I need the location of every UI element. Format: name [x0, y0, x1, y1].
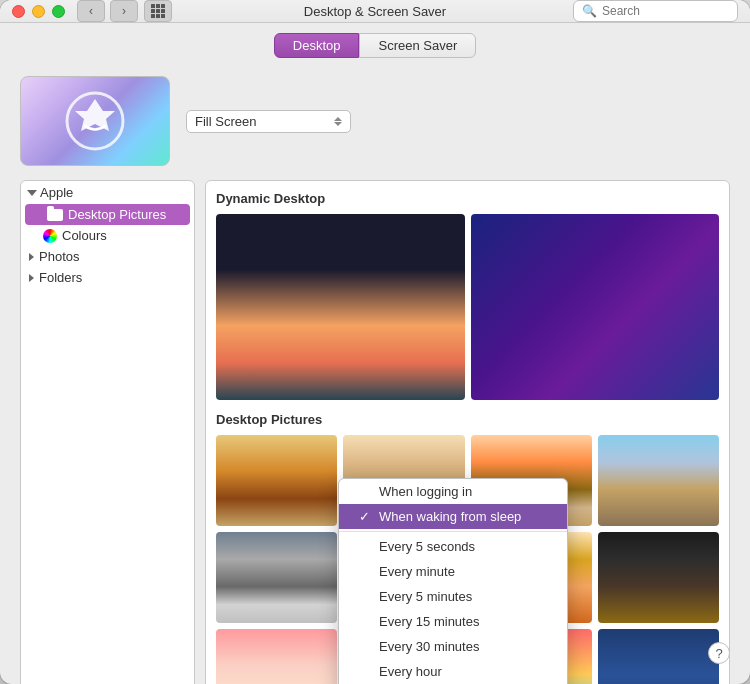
minimize-button[interactable] — [32, 5, 45, 18]
check-icon-active: ✓ — [359, 509, 373, 524]
desktop-thumb-5[interactable] — [216, 532, 337, 623]
preview-icon — [65, 91, 125, 151]
colour-icon — [43, 229, 57, 243]
desktop-thumb-1[interactable] — [216, 435, 337, 526]
dropdown-item-every-hour[interactable]: Every hour — [339, 659, 567, 684]
dynamic-desktop-grid — [216, 214, 719, 400]
maximize-button[interactable] — [52, 5, 65, 18]
sidebar-item-colours[interactable]: Colours — [21, 225, 194, 246]
check-icon — [359, 484, 373, 499]
dynamic-thumb-1[interactable] — [216, 214, 465, 400]
desktop-pictures-title: Desktop Pictures — [216, 412, 719, 427]
dropdown-item-every-minute[interactable]: Every minute — [339, 559, 567, 584]
fill-screen-dropdown[interactable]: Fill Screen — [186, 110, 351, 133]
grid-icon — [151, 4, 165, 18]
back-button[interactable]: ‹ — [77, 0, 105, 22]
dropdown-item-when-logging-in[interactable]: When logging in — [339, 479, 567, 504]
traffic-lights — [12, 5, 65, 18]
preview-area: Fill Screen — [20, 66, 730, 180]
tab-bar: Desktop Screen Saver — [0, 23, 750, 66]
search-bar[interactable]: 🔍 — [573, 0, 738, 22]
sidebar-item-photos[interactable]: Photos — [21, 246, 194, 267]
dropdown-item-every-30-minutes[interactable]: Every 30 minutes — [339, 634, 567, 659]
folder-icon — [47, 209, 63, 221]
sidebar-item-folders[interactable]: Folders — [21, 267, 194, 288]
dropdown-arrows-icon — [334, 117, 342, 126]
desktop-thumb-9[interactable] — [216, 629, 337, 684]
sidebar-item-desktop-pictures[interactable]: Desktop Pictures — [25, 204, 190, 225]
search-icon: 🔍 — [582, 4, 597, 18]
search-input[interactable] — [602, 4, 729, 18]
titlebar: ‹ › Desktop & Screen Saver 🔍 — [0, 0, 750, 23]
dropdown-item-every-5-seconds[interactable]: Every 5 seconds — [339, 534, 567, 559]
dropdown-item-when-waking[interactable]: ✓ When waking from sleep — [339, 504, 567, 529]
dynamic-thumb-2[interactable] — [471, 214, 720, 400]
forward-button[interactable]: › — [110, 0, 138, 22]
desktop-thumb-12[interactable] — [598, 629, 719, 684]
dropdown-menu: When logging in ✓ When waking from sleep… — [338, 478, 568, 684]
help-button[interactable]: ? — [708, 642, 730, 664]
main-window: ‹ › Desktop & Screen Saver 🔍 Desktop Scr… — [0, 0, 750, 684]
sidebar-section-apple[interactable]: Apple — [21, 181, 194, 204]
tab-screensaver[interactable]: Screen Saver — [359, 33, 476, 58]
sidebar: Apple Desktop Pictures Colours Photos Fo… — [20, 180, 195, 684]
desktop-thumb-8[interactable] — [598, 532, 719, 623]
triangle-small-icon — [29, 274, 34, 282]
dropdown-item-every-5-minutes[interactable]: Every 5 minutes — [339, 584, 567, 609]
window-title: Desktop & Screen Saver — [304, 4, 446, 19]
close-button[interactable] — [12, 5, 25, 18]
triangle-small-icon — [29, 253, 34, 261]
preview-box — [20, 76, 170, 166]
dropdown-divider — [339, 531, 567, 532]
dynamic-desktop-title: Dynamic Desktop — [216, 191, 719, 206]
dropdown-item-every-15-minutes[interactable]: Every 15 minutes — [339, 609, 567, 634]
desktop-thumb-4[interactable] — [598, 435, 719, 526]
triangle-icon — [27, 190, 37, 196]
grid-view-button[interactable] — [144, 0, 172, 22]
nav-buttons: ‹ › — [77, 0, 138, 22]
tab-desktop[interactable]: Desktop — [274, 33, 360, 58]
